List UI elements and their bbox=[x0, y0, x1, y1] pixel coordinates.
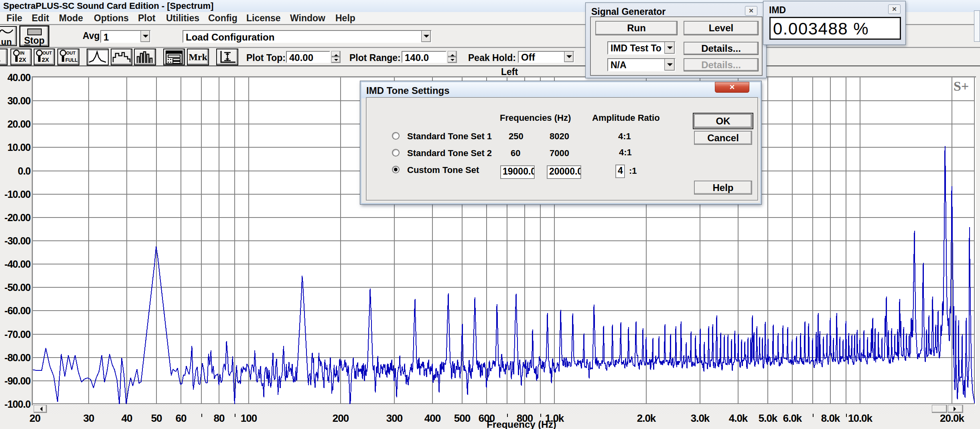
svg-text:OUT: OUT bbox=[43, 51, 52, 55]
svg-text:OUT: OUT bbox=[66, 51, 76, 55]
svg-text:2X: 2X bbox=[19, 56, 26, 63]
svg-text:IN: IN bbox=[20, 51, 24, 55]
svg-text:2X: 2X bbox=[42, 56, 49, 63]
svg-text:FULL: FULL bbox=[65, 57, 78, 63]
